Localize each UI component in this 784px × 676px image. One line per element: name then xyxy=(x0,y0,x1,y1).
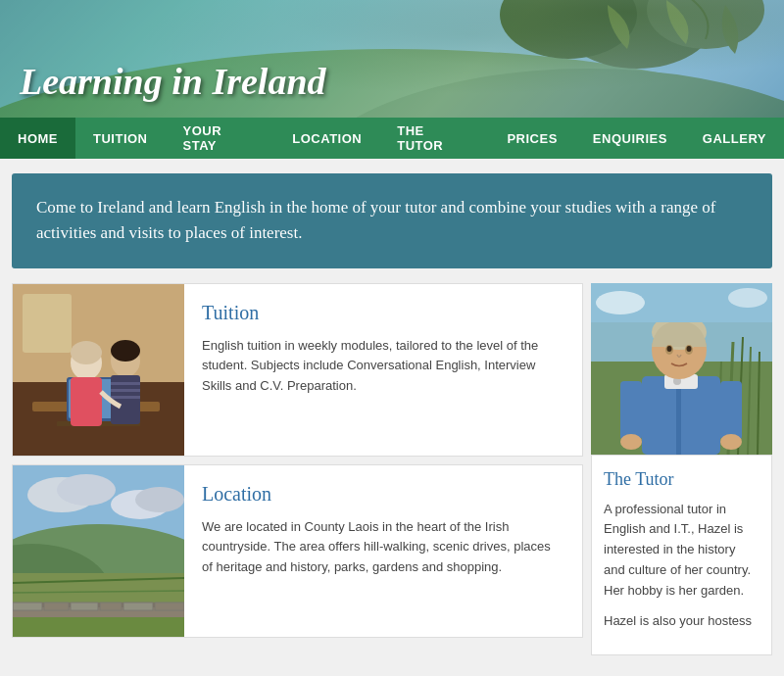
tutor-info-card: The Tutor A professional tutor in Englis… xyxy=(591,455,772,656)
location-body: We are located in County Laois in the he… xyxy=(202,517,564,578)
nav-home[interactable]: HOME xyxy=(0,118,75,159)
nav-location[interactable]: LOCATION xyxy=(274,118,379,159)
svg-rect-37 xyxy=(123,603,153,610)
nav-enquiries[interactable]: ENQUIRIES xyxy=(575,118,685,159)
svg-point-16 xyxy=(71,341,102,364)
svg-point-64 xyxy=(720,434,742,450)
svg-rect-36 xyxy=(100,603,122,610)
svg-point-25 xyxy=(57,474,116,506)
nav-tuition[interactable]: TUITION xyxy=(75,118,166,159)
svg-rect-9 xyxy=(23,294,72,353)
left-column: Tuition English tuition in weekly module… xyxy=(12,283,583,656)
main-nav: HOME TUITION YOUR STAY LOCATION THE TUTO… xyxy=(0,118,784,159)
svg-rect-20 xyxy=(111,389,140,392)
tutor-scene-svg xyxy=(591,283,772,455)
tuition-heading: Tuition xyxy=(202,302,564,324)
tutor-photo xyxy=(591,283,772,455)
intro-banner: Come to Ireland and learn English in the… xyxy=(12,173,772,268)
tutor-para1: A professional tutor in English and I.T.… xyxy=(604,500,760,602)
location-card: Location We are located in County Laois … xyxy=(12,464,583,638)
right-column: The Tutor A professional tutor in Englis… xyxy=(591,283,772,656)
content-area: Tuition English tuition in weekly module… xyxy=(0,283,784,671)
tuition-card: Tuition English tuition in weekly module… xyxy=(12,283,583,457)
svg-point-60 xyxy=(687,346,692,352)
svg-rect-21 xyxy=(111,396,140,399)
nav-prices[interactable]: PRICES xyxy=(489,118,574,159)
location-scene-svg xyxy=(13,465,184,637)
tutor-heading: The Tutor xyxy=(604,469,760,490)
svg-point-66 xyxy=(596,291,645,314)
nav-the-tutor[interactable]: THE TUTOR xyxy=(379,118,489,159)
svg-point-63 xyxy=(620,434,642,450)
tuition-scene-svg xyxy=(13,284,184,456)
svg-rect-62 xyxy=(720,381,742,440)
svg-point-27 xyxy=(135,487,184,512)
svg-point-22 xyxy=(111,340,140,362)
site-header: Learning in Ireland xyxy=(0,0,784,118)
tuition-image xyxy=(13,284,184,456)
svg-rect-33 xyxy=(13,603,42,610)
tuition-card-body: Tuition English tuition in weekly module… xyxy=(184,284,582,456)
banner-text: Come to Ireland and learn English in the… xyxy=(36,195,748,247)
svg-rect-15 xyxy=(71,377,102,426)
tuition-body: English tuition in weekly modules, tailo… xyxy=(202,336,564,397)
svg-rect-34 xyxy=(44,603,69,610)
svg-point-59 xyxy=(667,346,672,352)
nav-gallery[interactable]: GALLERY xyxy=(685,118,784,159)
site-title: Learning in Ireland xyxy=(20,60,326,103)
location-image xyxy=(13,465,184,637)
svg-rect-38 xyxy=(155,603,184,610)
nav-your-stay[interactable]: YOUR STAY xyxy=(166,118,275,159)
svg-rect-61 xyxy=(620,381,642,440)
location-heading: Location xyxy=(202,483,564,506)
svg-rect-35 xyxy=(71,603,98,610)
svg-rect-19 xyxy=(111,382,140,385)
tutor-para2: Hazel is also your hostess xyxy=(604,611,760,632)
svg-point-67 xyxy=(728,288,767,308)
location-card-body: Location We are located in County Laois … xyxy=(184,465,582,637)
svg-rect-39 xyxy=(13,617,184,637)
